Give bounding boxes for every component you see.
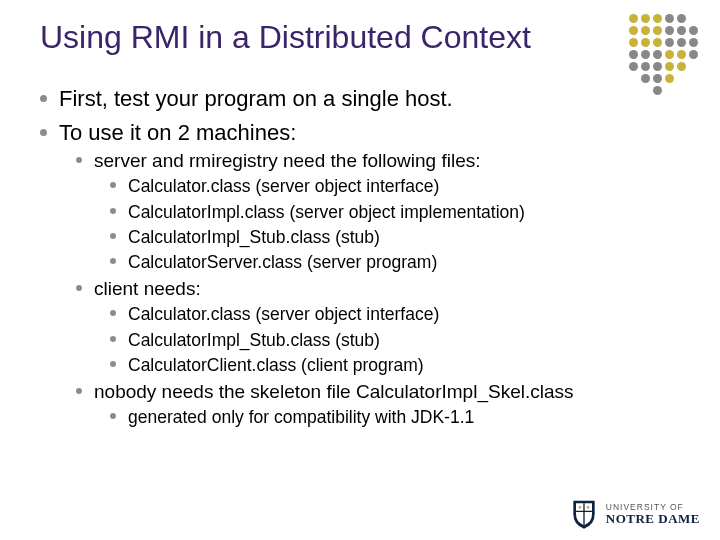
bullet-lvl2: client needs:	[94, 276, 201, 303]
bullet-lvl1: To use it on 2 machines:	[59, 118, 296, 148]
bullet-lvl2: nobody needs the skeleton file Calculato…	[94, 379, 574, 406]
svg-point-0	[578, 506, 581, 509]
shield-icon	[570, 498, 598, 530]
slide-title: Using RMI in a Distributed Context	[40, 18, 560, 56]
bullet-lvl2: server and rmiregistry need the followin…	[94, 148, 481, 175]
bullet-lvl3: Calculator.class (server object interfac…	[128, 302, 439, 327]
slide: Using RMI in a Distributed Context First…	[0, 0, 720, 540]
bullet-lvl3: generated only for compatibility with JD…	[128, 405, 474, 430]
logo-main: NOTRE DAME	[606, 512, 700, 525]
university-logo: UNIVERSITY OF NOTRE DAME	[570, 498, 700, 530]
bullet-lvl3: CalculatorImpl_Stub.class (stub)	[128, 328, 380, 353]
bullet-lvl3: CalculatorImpl.class (server object impl…	[128, 200, 525, 225]
dot-decoration	[629, 14, 698, 95]
bullet-lvl3: Calculator.class (server object interfac…	[128, 174, 439, 199]
bullet-lvl1: First, test your program on a single hos…	[59, 84, 453, 114]
bullet-list: First, test your program on a single hos…	[40, 84, 680, 430]
bullet-lvl3: CalculatorServer.class (server program)	[128, 250, 437, 275]
svg-point-1	[586, 506, 589, 509]
bullet-lvl3: CalculatorClient.class (client program)	[128, 353, 424, 378]
bullet-lvl3: CalculatorImpl_Stub.class (stub)	[128, 225, 380, 250]
